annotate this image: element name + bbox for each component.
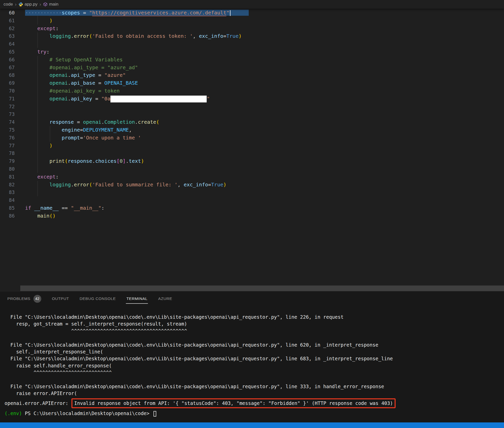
panel-tab-azure[interactable]: AZURE <box>153 291 178 306</box>
line-number[interactable]: 77 <box>0 142 15 150</box>
line-number[interactable]: 61 <box>0 17 15 25</box>
line-number[interactable]: 81 <box>0 173 15 181</box>
line-number[interactable]: 64 <box>0 40 15 48</box>
line-number[interactable]: 60 <box>0 9 15 17</box>
line-number[interactable]: 82 <box>0 181 15 189</box>
breadcrumb-item-main[interactable]: main <box>43 2 59 7</box>
editor-horizontal-scrollbar[interactable] <box>20 286 504 291</box>
code-line-78[interactable]: 78 <box>0 149 504 157</box>
code-line-72[interactable]: 72 <box>0 103 504 111</box>
panel-tab-terminal[interactable]: TERMINAL <box>121 291 153 306</box>
code-line-76[interactable]: 76 prompt='Once upon a time ' <box>0 134 504 142</box>
code-line-81[interactable]: 81 except: <box>0 173 504 181</box>
line-number[interactable]: 67 <box>0 64 15 72</box>
line-number[interactable]: 83 <box>0 188 15 196</box>
code-line-62[interactable]: 62 except: <box>0 25 504 32</box>
terminal-cursor <box>153 411 156 417</box>
code-line-79[interactable]: 79 print(response.choices[0].text) <box>0 157 504 165</box>
token: response <box>68 158 92 164</box>
token: ) <box>141 158 144 164</box>
line-number[interactable]: 74 <box>0 118 15 126</box>
token: except <box>37 174 55 180</box>
code-line-75[interactable]: 75 engine=DEPLOYMENT_NAME, <box>0 126 504 134</box>
line-number[interactable]: 76 <box>0 134 15 142</box>
code-line-63[interactable]: 63 logging.error('Failed to obtain acces… <box>0 32 504 40</box>
code-line-68[interactable]: 68 openai.api_type = "azure" <box>0 71 504 79</box>
token: . <box>135 119 138 125</box>
code-line-70[interactable]: 70 #openai.api_key = token <box>0 87 504 95</box>
status-bar <box>0 422 504 428</box>
code-line-86[interactable]: 86 main() <box>0 212 504 220</box>
line-number[interactable]: 71 <box>0 95 15 103</box>
terminal-blank-line <box>5 376 504 383</box>
terminal-line: File "C:\Users\localadmin\Desktop\openai… <box>5 342 504 348</box>
error-prefix: openai.error.APIError: <box>5 400 71 407</box>
token: ) <box>239 33 242 39</box>
code-line-80[interactable]: 80 <box>0 165 504 173</box>
token: create <box>138 119 156 125</box>
code-text: ) <box>25 17 52 24</box>
token: = <box>95 80 104 86</box>
token: " <box>89 10 92 16</box>
token: : <box>101 205 104 211</box>
code-line-82[interactable]: 82 logging.error('Failed to summarize fi… <box>0 181 504 189</box>
code-line-74[interactable]: 74 response = openai.Completion.create( <box>0 118 504 126</box>
token: ] <box>123 158 126 164</box>
panel-tab-problems[interactable]: PROBLEMS42 <box>2 291 47 306</box>
code-line-64[interactable]: 64 <box>0 40 504 48</box>
terminal-line: self._interpret_response_line( <box>5 348 504 355</box>
code-line-83[interactable]: 83 <box>0 188 504 196</box>
line-number[interactable]: 73 <box>0 110 15 118</box>
line-number[interactable]: 75 <box>0 126 15 134</box>
code-line-73[interactable]: 73 <box>0 110 504 118</box>
line-number[interactable]: 72 <box>0 103 15 111</box>
token: . <box>92 158 95 164</box>
breadcrumb-item-code[interactable]: code <box>4 2 13 7</box>
code-line-85[interactable]: 85if __name__ == "__main__": <box>0 204 504 212</box>
line-number[interactable]: 79 <box>0 157 15 165</box>
token: True <box>211 182 223 188</box>
code-line-71[interactable]: 71 openai.api_key = "0a" <box>0 95 504 103</box>
token: ) <box>223 182 226 188</box>
line-number[interactable]: 70 <box>0 87 15 95</box>
line-number[interactable]: 66 <box>0 56 15 64</box>
line-number[interactable]: 78 <box>0 149 15 157</box>
code-line-66[interactable]: 66 # Setup OpenAI Variables <box>0 56 504 64</box>
line-number[interactable]: 80 <box>0 165 15 173</box>
panel-tab-bar: PROBLEMS42OUTPUTDEBUG CONSOLETERMINALAZU… <box>0 291 504 306</box>
terminal-output[interactable]: File "C:\Users\localadmin\Desktop\openai… <box>0 306 504 417</box>
code-text: if __name__ == "__main__": <box>25 205 104 211</box>
token <box>25 158 49 164</box>
line-number[interactable]: 84 <box>0 196 15 204</box>
token: "azure" <box>104 72 126 78</box>
terminal-line: File "C:\Users\localadmin\Desktop\openai… <box>5 314 504 320</box>
code-line-67[interactable]: 67 #openai.api_type = "azure_ad" <box>0 64 504 72</box>
tab-label: TERMINAL <box>126 296 147 301</box>
line-number[interactable]: 65 <box>0 48 15 56</box>
line-number[interactable]: 62 <box>0 25 15 32</box>
breadcrumb: code›app.py›main <box>0 0 504 9</box>
tab-label: PROBLEMS <box>7 296 30 301</box>
code-line-77[interactable]: 77 ) <box>0 142 504 150</box>
breadcrumb-item-app-py[interactable]: app.py <box>18 2 37 7</box>
token: if <box>25 205 31 211</box>
line-number[interactable]: 85 <box>0 204 15 212</box>
code-text: prompt='Once upon a time ' <box>25 135 141 141</box>
prompt-path: PS C:\Users\localadmin\Desktop\openai\co… <box>22 411 152 416</box>
code-editor[interactable]: 60············scopes = "https://cognitiv… <box>0 9 504 291</box>
panel-tab-debug-console[interactable]: DEBUG CONSOLE <box>74 291 121 306</box>
panel-tab-output[interactable]: OUTPUT <box>47 291 74 306</box>
line-number[interactable]: 68 <box>0 71 15 79</box>
token <box>25 33 49 39</box>
line-number[interactable]: 86 <box>0 212 15 220</box>
python-icon <box>18 2 23 7</box>
code-line-69[interactable]: 69 openai.api_base = OPENAI_BASE <box>0 79 504 87</box>
code-line-84[interactable]: 84 <box>0 196 504 204</box>
line-number[interactable]: 63 <box>0 32 15 40</box>
token: error <box>74 182 89 188</box>
token: "__main__" <box>71 205 101 211</box>
line-number[interactable]: 69 <box>0 79 15 87</box>
code-line-61[interactable]: 61 ) <box>0 17 504 25</box>
code-line-60[interactable]: 60············scopes = "https://cognitiv… <box>0 9 504 17</box>
code-line-65[interactable]: 65 try: <box>0 48 504 56</box>
